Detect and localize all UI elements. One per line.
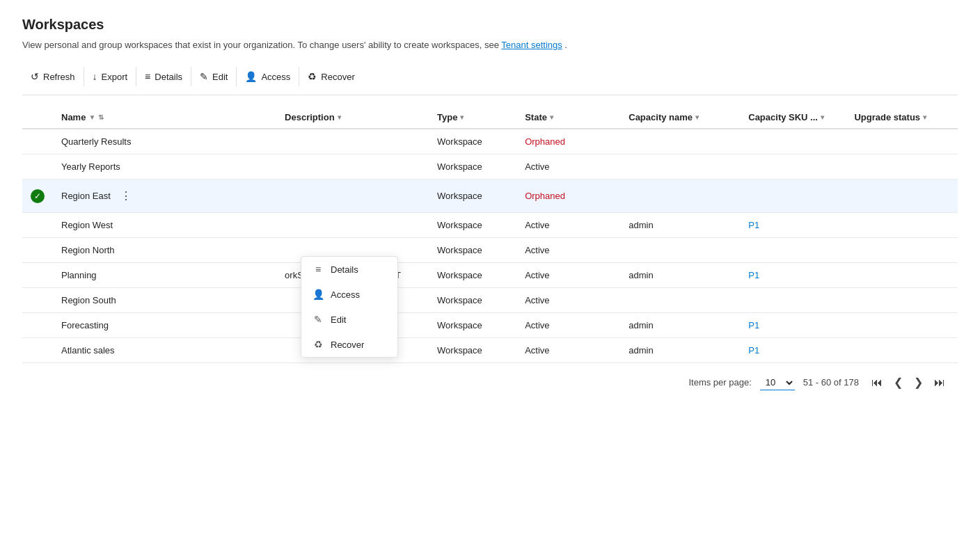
desc-filter-icon: ▾ (338, 113, 341, 121)
table-row[interactable]: Region SouthWorkspaceActive (22, 288, 958, 313)
context-menu-item-details[interactable]: ≡Details (301, 257, 397, 282)
row-capacity-name: admin (620, 338, 740, 363)
row-upgrade-status (846, 129, 958, 154)
refresh-label: Refresh (43, 72, 75, 82)
state-filter-icon: ▾ (550, 113, 553, 121)
checkmark: ✓ (31, 189, 45, 203)
row-name-cell: Region South (53, 288, 276, 313)
row-state: Orphaned (516, 129, 620, 154)
workspaces-page: Workspaces View personal and group works… (0, 0, 980, 418)
row-description (276, 129, 429, 154)
edit-button[interactable]: ✎Edit (191, 67, 237, 86)
row-check-cell (22, 213, 53, 238)
workspaces-table: Name ▼ ⇅ Description ▾ Type (22, 106, 958, 363)
export-label: Export (102, 72, 128, 82)
table-row[interactable]: ForecastingWorkspaceActiveadminP1 (22, 313, 958, 338)
row-check-cell (22, 288, 53, 313)
edit-label: Edit (212, 72, 228, 82)
table-row[interactable]: Atlantic salesWorkspaceActiveadminP1 (22, 338, 958, 363)
row-name-cell: Atlantic sales (53, 338, 276, 363)
row-capacity-name: admin (620, 263, 740, 288)
table-row[interactable]: Quarterly ResultsWorkspaceOrphaned (22, 129, 958, 154)
row-more-button[interactable]: ⋮ (116, 186, 136, 205)
table-row[interactable]: PlanningorkSpace area or test in BBTWork… (22, 263, 958, 288)
table-row[interactable]: Region WestWorkspaceActiveadminP1 (22, 213, 958, 238)
table-row[interactable]: Yearly ReportsWorkspaceActive (22, 154, 958, 180)
table-body: Quarterly ResultsWorkspaceOrphanedYearly… (22, 129, 958, 363)
row-state: Active (516, 213, 620, 238)
header-upgrade-label: Upgrade status (854, 112, 920, 122)
row-state: Active (516, 263, 620, 288)
first-page-button[interactable]: ⏮ (867, 374, 887, 392)
header-state[interactable]: State ▾ (516, 106, 620, 129)
row-type: Workspace (429, 313, 516, 338)
row-name-cell: Region East⋮ (53, 180, 276, 213)
items-per-page-label: Items per page: (688, 377, 751, 388)
row-name-cell: Quarterly Results (53, 129, 276, 154)
context-details-icon: ≡ (313, 264, 324, 275)
subtitle: View personal and group workspaces that … (22, 40, 958, 50)
row-description (276, 154, 429, 180)
export-button[interactable]: ↓Export (84, 67, 137, 86)
workspace-name: Quarterly Results (61, 136, 131, 147)
details-button[interactable]: ≡Details (136, 67, 191, 86)
row-state: Active (516, 288, 620, 313)
row-type: Workspace (429, 263, 516, 288)
context-access-label: Access (331, 289, 360, 300)
row-capacity-name (620, 154, 740, 180)
filter-icon: ⇅ (98, 113, 104, 121)
header-capacity-sku-label: Capacity SKU ... (748, 112, 818, 122)
access-icon: 👤 (245, 71, 257, 82)
row-upgrade-status (846, 338, 958, 363)
tenant-settings-link[interactable]: Tenant settings (501, 40, 562, 50)
last-page-button[interactable]: ⏭ (930, 374, 949, 392)
header-type[interactable]: Type ▾ (429, 106, 516, 129)
header-name[interactable]: Name ▼ ⇅ (53, 106, 276, 129)
row-upgrade-status (846, 154, 958, 180)
header-capacity-name[interactable]: Capacity name ▾ (620, 106, 740, 129)
row-state: Active (516, 338, 620, 363)
row-upgrade-status (846, 213, 958, 238)
header-description[interactable]: Description ▾ (276, 106, 429, 129)
workspace-name: Atlantic sales (61, 345, 115, 356)
row-name-cell: Forecasting (53, 313, 276, 338)
table-row[interactable]: ✓Region East⋮WorkspaceOrphaned (22, 180, 958, 213)
row-capacity-name (620, 180, 740, 213)
access-label: Access (261, 72, 290, 82)
context-menu-item-edit[interactable]: ✎Edit (301, 307, 397, 332)
header-upgrade-status[interactable]: Upgrade status ▾ (846, 106, 958, 129)
export-icon: ↓ (93, 71, 97, 82)
capsku-filter-icon: ▾ (821, 113, 824, 121)
context-menu-item-access[interactable]: 👤Access (301, 282, 397, 307)
row-check-cell (22, 129, 53, 154)
header-capacity-sku[interactable]: Capacity SKU ... ▾ (740, 106, 846, 129)
refresh-icon: ↺ (31, 71, 39, 82)
row-state: Orphaned (516, 180, 620, 213)
table-row[interactable]: Region NorthWorkspaceActive (22, 238, 958, 263)
row-type: Workspace (429, 180, 516, 213)
items-per-page-select[interactable]: 10 25 50 100 (760, 375, 795, 390)
context-menu-item-recover[interactable]: ♻Recover (301, 332, 397, 357)
context-menu: ≡Details👤Access✎Edit♻Recover (301, 256, 398, 358)
row-capacity-name: admin (620, 313, 740, 338)
check-icon: ✓ (34, 191, 41, 201)
row-type: Workspace (429, 154, 516, 180)
header-name-label: Name (61, 112, 86, 122)
context-edit-icon: ✎ (313, 314, 324, 325)
next-page-button[interactable]: ❯ (910, 373, 927, 392)
prev-page-button[interactable]: ❮ (890, 373, 907, 392)
row-check-cell (22, 154, 53, 180)
capname-filter-icon: ▾ (695, 113, 699, 121)
context-recover-icon: ♻ (313, 339, 324, 350)
row-state: Active (516, 154, 620, 180)
row-check-cell (22, 263, 53, 288)
access-button[interactable]: 👤Access (237, 67, 299, 86)
refresh-button[interactable]: ↺Refresh (22, 67, 84, 86)
recover-button[interactable]: ♻Recover (299, 67, 363, 86)
row-description (276, 213, 429, 238)
row-capacity-sku (740, 129, 846, 154)
row-check-cell (22, 313, 53, 338)
row-capacity-name (620, 238, 740, 263)
row-upgrade-status (846, 313, 958, 338)
pagination-range: 51 - 60 of 178 (803, 377, 859, 388)
